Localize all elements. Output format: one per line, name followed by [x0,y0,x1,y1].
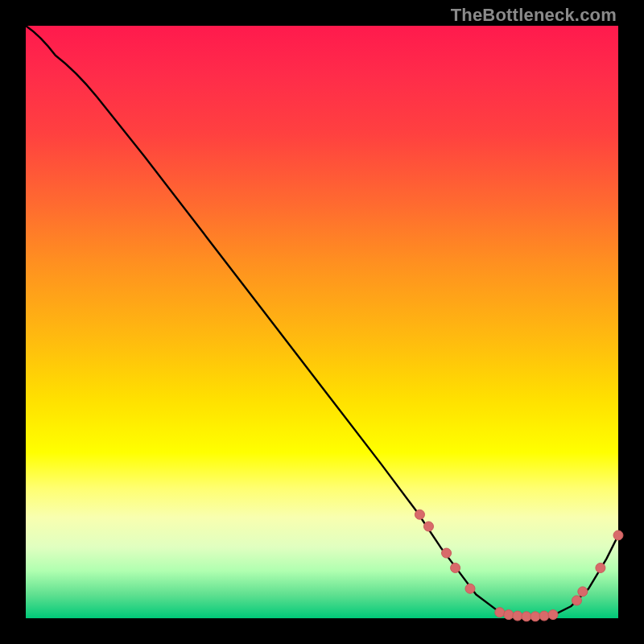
data-marker [522,612,531,621]
plot-area [26,26,618,618]
data-marker [451,563,460,572]
attribution-label: TheBottleneck.com [451,5,617,26]
data-marker [504,610,514,620]
data-marker [530,612,540,621]
bottleneck-curve [26,26,618,618]
chart-container: TheBottleneck.com [0,0,644,644]
data-marker [415,510,424,519]
data-marker [596,563,605,572]
data-marker [578,587,588,597]
data-marker [423,522,433,531]
data-markers [415,510,623,621]
data-marker [613,530,623,540]
data-marker [572,596,581,605]
data-marker [548,610,558,620]
data-marker [465,584,475,593]
data-marker [513,611,522,621]
data-marker [539,611,549,621]
data-marker [442,548,452,558]
chart-overlay [26,26,618,618]
data-marker [495,608,505,617]
